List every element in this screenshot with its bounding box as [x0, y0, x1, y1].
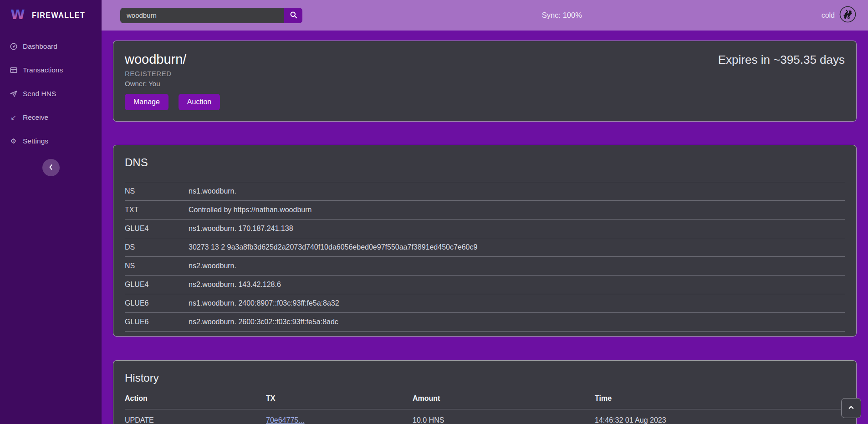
- wallet-indicator: cold: [822, 6, 856, 25]
- domain-info: woodburn/ REGISTERED Owner: You Manage A…: [125, 52, 220, 110]
- dns-record-value: ns1.woodburn. 2400:8907::f03c:93ff:fe5a:…: [189, 299, 339, 307]
- dns-title: DNS: [125, 156, 845, 169]
- column-header-amount: Amount: [413, 394, 595, 403]
- sidebar-item-transactions[interactable]: Transactions: [0, 60, 102, 80]
- history-time: 14:46:32 01 Aug 2023: [595, 416, 845, 424]
- content-area: woodburn/ REGISTERED Owner: You Manage A…: [102, 31, 868, 424]
- sidebar-item-label: Transactions: [23, 66, 63, 74]
- handshake-icon: [839, 6, 856, 25]
- sidebar-item-receive[interactable]: ↙ Receive: [0, 107, 102, 127]
- dns-record-type: NS: [125, 262, 189, 270]
- dns-record-type: GLUE4: [125, 281, 189, 289]
- dns-record-row: GLUE6 ns2.woodburn. 2600:3c02::f03c:93ff…: [125, 312, 845, 331]
- dns-record-type: GLUE4: [125, 225, 189, 233]
- chevron-up-icon: [847, 403, 856, 414]
- history-action: UPDATE: [125, 416, 266, 424]
- dns-record-value: ns1.woodburn.: [189, 187, 236, 195]
- sidebar-item-send-hns[interactable]: Send HNS: [0, 84, 102, 103]
- dns-record-type: TXT: [125, 206, 189, 214]
- domain-search: [120, 8, 302, 23]
- scroll-to-top-button[interactable]: [841, 398, 861, 418]
- dns-record-row: GLUE4 ns1.woodburn. 170.187.241.138: [125, 219, 845, 238]
- history-card: History Action TX Amount Time UPDATE 70e…: [113, 360, 857, 424]
- gear-icon: ⚙: [9, 137, 18, 145]
- dns-record-value: 30273 13 2 9a3a8fb3d625d2a2073d740f10da6…: [189, 243, 477, 251]
- dns-record-row: NS ns2.woodburn.: [125, 256, 845, 275]
- sidebar-item-label: Send HNS: [23, 90, 56, 98]
- dns-record-value: ns2.woodburn.: [189, 262, 236, 270]
- dashboard-gauge-icon: [9, 42, 18, 51]
- paper-plane-icon: [9, 89, 18, 98]
- dns-record-value: Controlled by https://nathan.woodburn: [189, 206, 311, 214]
- dns-record-type: GLUE6: [125, 299, 189, 307]
- dns-record-type: DS: [125, 243, 189, 251]
- search-icon: [289, 10, 298, 20]
- dns-record-row: DS 30273 13 2 9a3a8fb3d625d2a2073d740f10…: [125, 238, 845, 256]
- sidebar: W FIREWALLET Dashboard Transactions: [0, 0, 102, 424]
- dns-record-type: NS: [125, 187, 189, 195]
- search-button[interactable]: [284, 8, 302, 23]
- dns-table: NS ns1.woodburn. TXT Controlled by https…: [125, 182, 845, 332]
- wallet-name: cold: [822, 11, 835, 20]
- column-header-action: Action: [125, 394, 266, 403]
- expiry-label: Expires in ~395.35 days: [718, 52, 845, 110]
- sidebar-item-label: Receive: [23, 113, 48, 122]
- svg-text:W: W: [10, 7, 25, 22]
- history-header-row: Action TX Amount Time: [125, 384, 845, 409]
- brand: W FIREWALLET: [0, 0, 102, 31]
- status-badge: REGISTERED: [125, 70, 220, 77]
- sidebar-nav: Dashboard Transactions Send HNS ↙ Receiv…: [0, 36, 102, 155]
- dns-record-row: GLUE6 ns1.woodburn. 2400:8907::f03c:93ff…: [125, 294, 845, 312]
- domain-card: woodburn/ REGISTERED Owner: You Manage A…: [113, 41, 857, 122]
- sidebar-item-settings[interactable]: ⚙ Settings: [0, 131, 102, 151]
- search-input[interactable]: [120, 8, 284, 23]
- sidebar-item-label: Dashboard: [23, 42, 57, 51]
- sidebar-item-dashboard[interactable]: Dashboard: [0, 36, 102, 56]
- dns-card: DNS NS ns1.woodburn. TXT Controlled by h…: [113, 145, 857, 337]
- history-title: History: [125, 372, 845, 384]
- dns-record-row: GLUE4 ns2.woodburn. 143.42.128.6: [125, 275, 845, 294]
- dns-record-type: GLUE6: [125, 318, 189, 326]
- history-row: UPDATE 70e64775... 10.0 HNS 14:46:32 01 …: [125, 409, 845, 424]
- column-header-time: Time: [595, 394, 845, 403]
- page-title: woodburn/: [125, 52, 220, 67]
- arrow-down-left-icon: ↙: [9, 113, 18, 122]
- sidebar-item-label: Settings: [23, 137, 48, 145]
- topbar: Sync: 100% cold: [102, 0, 868, 31]
- dns-record-row: NS ns1.woodburn.: [125, 182, 845, 200]
- column-header-tx: TX: [266, 394, 413, 403]
- auction-button[interactable]: Auction: [179, 94, 220, 110]
- firewallet-logo-icon: W: [9, 6, 26, 25]
- history-amount: 10.0 HNS: [413, 416, 595, 424]
- app-title: FIREWALLET: [32, 11, 85, 20]
- dns-record-value: ns2.woodburn. 143.42.128.6: [189, 281, 281, 289]
- tx-link[interactable]: 70e64775...: [266, 416, 305, 424]
- owner-label: Owner: You: [125, 80, 220, 87]
- manage-button[interactable]: Manage: [125, 94, 168, 110]
- sync-status: Sync: 100%: [302, 11, 822, 20]
- dns-record-value: ns2.woodburn. 2600:3c02::f03c:93ff:fe5a:…: [189, 318, 338, 326]
- dns-record-row: TXT Controlled by https://nathan.woodbur…: [125, 200, 845, 219]
- table-icon: [9, 66, 18, 74]
- chevron-left-icon: [47, 163, 55, 172]
- main-column: Sync: 100% cold woodburn/ REGISTERED: [102, 0, 868, 424]
- dns-record-value: ns1.woodburn. 170.187.241.138: [189, 225, 293, 233]
- sidebar-collapse-button[interactable]: [42, 159, 60, 176]
